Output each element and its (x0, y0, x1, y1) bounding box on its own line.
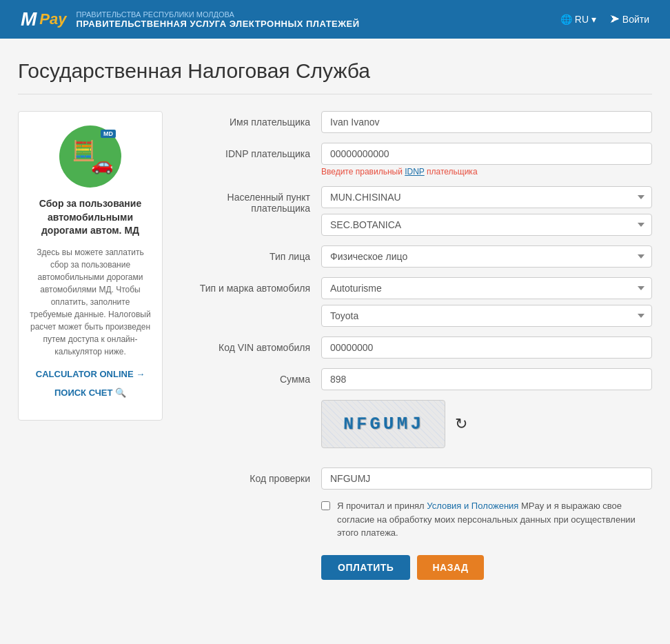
search-account-link[interactable]: ПОИСК СЧЕТ 🔍 (29, 388, 152, 398)
payer-name-input[interactable] (321, 111, 652, 133)
sum-field (321, 368, 652, 390)
district-select-wrap: SEC.BOTANICA SEC.BUIUCANI SEC.CENTRU (321, 214, 652, 236)
car-icon: 🚗 (91, 154, 113, 175)
vin-field (321, 336, 652, 359)
captcha-display-row: NFGUMJ ↻ (183, 400, 652, 458)
locality-row: Населенный пункт плательщика MUN.CHISINA… (183, 186, 652, 236)
sum-input[interactable] (321, 368, 652, 390)
vin-row: Код VIN автомобиля (183, 336, 652, 359)
language-button[interactable]: 🌐 RU ▾ (560, 14, 596, 25)
login-button[interactable]: ⮞ Войти (610, 14, 649, 25)
sidebar-circle: 🧮 🚗 MD (59, 125, 121, 188)
payer-name-label: Имя плательщика (183, 111, 321, 128)
sidebar-icon-wrap: 🧮 🚗 MD (29, 125, 152, 188)
idnp-field: Введите правильный IDNP плательщика (321, 143, 652, 177)
idnp-input[interactable] (321, 143, 652, 165)
entity-type-label: Тип лица (183, 245, 321, 262)
content-layout: 🧮 🚗 MD Сбор за пользование автомобильным… (18, 111, 652, 580)
header: MPay ПРАВИТЕЛЬСТВА РЕСПУБЛИКИ МОЛДОВА ПР… (0, 0, 670, 39)
sum-label: Сумма (183, 368, 321, 385)
page-title: Государственная Налоговая Служба (18, 59, 652, 94)
header-top-line: ПРАВИТЕЛЬСТВА РЕСПУБЛИКИ МОЛДОВА (76, 10, 359, 19)
terms-link[interactable]: Условия и Положения (427, 501, 518, 511)
sidebar: 🧮 🚗 MD Сбор за пользование автомобильным… (18, 111, 163, 421)
captcha-text: NFGUMJ (343, 414, 425, 434)
header-left: MPay ПРАВИТЕЛЬСТВА РЕСПУБЛИКИ МОЛДОВА ПР… (21, 8, 360, 30)
logo: MPay (21, 8, 66, 30)
locality-select-wrap: MUN.CHISINAU MUN.BALTI ANENII NOI (321, 186, 652, 208)
captcha-input[interactable] (321, 467, 652, 490)
header-bottom-line: ПРАВИТЕЛЬСТВЕННАЯ УСЛУГА ЭЛЕКТРОННЫХ ПЛА… (76, 19, 359, 29)
captcha-display-label (183, 400, 321, 405)
district-select[interactable]: SEC.BOTANICA SEC.BUIUCANI SEC.CENTRU (321, 214, 652, 236)
header-subtitle: ПРАВИТЕЛЬСТВА РЕСПУБЛИКИ МОЛДОВА ПРАВИТЕ… (76, 10, 359, 29)
car-type-field: Autoturisme Autocamioane Autobuze Toyota… (321, 277, 652, 327)
sidebar-title: Сбор за пользование автомобильными дорог… (29, 197, 152, 238)
logo-pay: Pay (39, 10, 66, 28)
captcha-display-field: NFGUMJ ↻ (321, 400, 652, 458)
car-type-select-wrap: Autoturisme Autocamioane Autobuze (321, 277, 652, 299)
md-badge: MD (101, 130, 116, 138)
entity-type-select[interactable]: Физическое лицо Юридическое лицо (321, 245, 652, 268)
captcha-row: NFGUMJ ↻ (321, 400, 652, 448)
pay-button[interactable]: ОПЛАТИТЬ (321, 555, 410, 580)
sidebar-description: Здесь вы можете заплатить сбор за пользо… (29, 246, 152, 358)
vin-input[interactable] (321, 336, 652, 359)
payer-name-row: Имя плательщика (183, 111, 652, 133)
calculator-online-link[interactable]: CALCULATOR ONLINE → (29, 369, 152, 379)
entity-type-row: Тип лица Физическое лицо Юридическое лиц… (183, 245, 652, 268)
idnp-row: IDNP плательщика Введите правильный IDNP… (183, 143, 652, 177)
form-area: Имя плательщика IDNP плательщика Введите… (183, 111, 652, 580)
header-right: 🌐 RU ▾ ⮞ Войти (560, 14, 649, 25)
captcha-input-field (321, 467, 652, 490)
captcha-refresh-button[interactable]: ↻ (455, 415, 467, 433)
logo-m: M (21, 8, 35, 30)
terms-text-1: Я прочитал и принял (337, 501, 427, 511)
car-type-select[interactable]: Autoturisme Autocamioane Autobuze (321, 277, 652, 299)
back-button[interactable]: НАЗАД (417, 555, 483, 580)
idnp-label: IDNP плательщика (183, 143, 321, 159)
terms-checkbox[interactable] (321, 501, 330, 510)
terms-row: Я прочитал и принял Условия и Положения … (183, 499, 652, 540)
terms-text: Я прочитал и принял Условия и Положения … (337, 499, 652, 540)
idnp-error-link[interactable]: IDNP (405, 167, 424, 177)
sum-row: Сумма (183, 368, 652, 390)
captcha-input-row: Код проверки (183, 467, 652, 490)
captcha-image: NFGUMJ (321, 400, 445, 448)
locality-field: MUN.CHISINAU MUN.BALTI ANENII NOI SEC.BO… (321, 186, 652, 236)
payer-name-field (321, 111, 652, 133)
car-type-label: Тип и марка автомобиля (183, 277, 321, 294)
idnp-error: Введите правильный IDNP плательщика (321, 167, 652, 177)
main-content: Государственная Налоговая Служба 🧮 🚗 MD … (4, 39, 666, 601)
car-brand-select-wrap: Toyota BMW Ford Volkswagen (321, 305, 652, 327)
captcha-label: Код проверки (183, 467, 321, 484)
locality-label: Населенный пункт плательщика (183, 186, 321, 214)
car-brand-select[interactable]: Toyota BMW Ford Volkswagen (321, 305, 652, 327)
car-type-row: Тип и марка автомобиля Autoturisme Autoc… (183, 277, 652, 327)
buttons-row: ОПЛАТИТЬ НАЗАД (183, 555, 652, 580)
vin-label: Код VIN автомобиля (183, 336, 321, 353)
entity-type-field: Физическое лицо Юридическое лицо (321, 245, 652, 268)
locality-select[interactable]: MUN.CHISINAU MUN.BALTI ANENII NOI (321, 186, 652, 208)
